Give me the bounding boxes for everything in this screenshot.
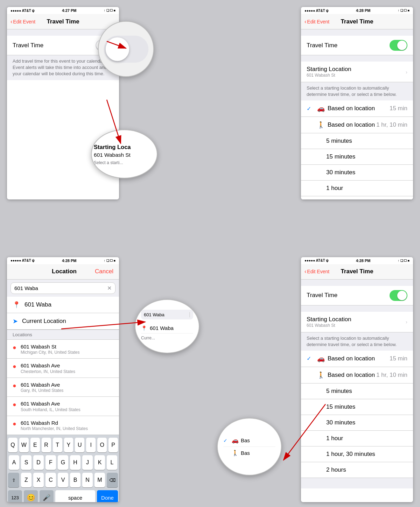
- option-1hr30min-q2[interactable]: ✓ 1 hour, 30 minutes: [301, 196, 413, 199]
- kb-row-1: Q W E R T Y U I O P: [8, 438, 118, 452]
- key-h[interactable]: H: [70, 455, 80, 470]
- time-q4: 4:28 PM: [356, 259, 371, 263]
- icons-q1: ↑ ❑ ☐ ■: [104, 9, 115, 12]
- key-m[interactable]: M: [94, 473, 105, 487]
- search-input-wrap-q3[interactable]: 601 Waba ✕: [10, 282, 115, 294]
- starting-location-row-q2[interactable]: Starting Location 601 Wabash St ›: [301, 62, 413, 82]
- key-g[interactable]: G: [58, 455, 68, 470]
- key-shift[interactable]: ⇧: [8, 473, 19, 487]
- key-r[interactable]: R: [42, 438, 51, 452]
- search-clear-q3[interactable]: ✕: [107, 285, 112, 291]
- travel-time-label-q4: Travel Time: [307, 292, 337, 299]
- key-f[interactable]: F: [46, 455, 56, 470]
- option-1hr-q4[interactable]: ✓ 1 hour: [301, 431, 413, 446]
- option-car-time-q2: 15 min: [390, 105, 407, 112]
- option-5min-q4[interactable]: ✓ 5 minutes: [301, 383, 413, 399]
- result-current-q3[interactable]: ➤ Current Location: [7, 313, 119, 330]
- option-30min-q4[interactable]: ✓ 30 minutes: [301, 415, 413, 431]
- check-30min-q2: ✓: [307, 169, 314, 176]
- pin-4-q3: ●: [13, 401, 16, 408]
- option-walk-q2[interactable]: ✓ 🚶 Based on location 1 hr, 10 min: [301, 117, 413, 133]
- key-k[interactable]: K: [94, 455, 105, 470]
- loc-item-1-q3[interactable]: ● 601 Wabash StMichigan City, IN, United…: [7, 340, 119, 359]
- back-chevron-q1: ‹: [10, 19, 12, 25]
- option-30min-label-q2: 30 minutes: [326, 169, 407, 176]
- check-1hr-q4: ✓: [307, 435, 314, 442]
- option-walk-q4[interactable]: ✓ 🚶 Based on location 1 hr, 10 min: [301, 367, 413, 383]
- key-x[interactable]: X: [33, 473, 44, 487]
- key-123[interactable]: 123: [8, 490, 22, 502]
- key-n[interactable]: N: [82, 473, 93, 487]
- key-space[interactable]: space: [55, 490, 95, 502]
- option-30min-label-q4: 30 minutes: [326, 419, 407, 426]
- key-s[interactable]: S: [21, 455, 31, 470]
- key-j[interactable]: J: [82, 455, 93, 470]
- key-q[interactable]: Q: [8, 438, 18, 452]
- key-a[interactable]: A: [9, 455, 19, 470]
- option-30min-q2[interactable]: ✓ 30 minutes: [301, 165, 413, 181]
- key-w[interactable]: W: [19, 438, 29, 452]
- key-done[interactable]: Done: [97, 490, 118, 502]
- travel-time-label-q2: Travel Time: [307, 42, 337, 49]
- nav-bar-q2: ‹ Edit Event Travel Time: [301, 14, 413, 29]
- key-b[interactable]: B: [70, 473, 80, 487]
- option-1hr30min-label-q4: 1 hour, 30 minutes: [326, 451, 407, 458]
- option-car-q2[interactable]: ✓ 🚗 Based on location 15 min: [301, 100, 413, 117]
- option-car-q4[interactable]: ✓ 🚗 Based on location 15 min: [301, 351, 413, 367]
- key-p[interactable]: P: [108, 438, 118, 452]
- toggle-knob-q2: [397, 41, 407, 50]
- back-label-q4[interactable]: Edit Event: [307, 269, 329, 274]
- keyboard-q3: Q W E R T Y U I O P A S D F G H J K L: [7, 435, 119, 502]
- signal-q4: ●●●●● AT&T ψ: [304, 259, 329, 262]
- key-t[interactable]: T: [53, 438, 62, 452]
- option-5min-label-q2: 5 minutes: [326, 138, 407, 145]
- option-15min-q4[interactable]: ✓ 15 minutes: [301, 399, 413, 415]
- key-c[interactable]: C: [46, 473, 56, 487]
- key-i[interactable]: I: [86, 438, 96, 452]
- key-emoji[interactable]: 😊: [24, 490, 38, 502]
- magnify-options-q4: ✓ 🚗 Bas ✓ 🚶 Bas: [217, 418, 282, 476]
- key-mic[interactable]: 🎤: [40, 490, 54, 502]
- key-e[interactable]: E: [30, 438, 40, 452]
- result-601waba-q3[interactable]: 📍 601 Waba: [7, 297, 119, 313]
- key-o[interactable]: O: [97, 438, 107, 452]
- loc-name-2-q3: 601 Wabash Ave: [21, 362, 75, 369]
- travel-time-toggle-q2[interactable]: [390, 40, 407, 51]
- check-walk-q2: ✓: [307, 122, 314, 128]
- loc-item-3-q3[interactable]: ● 601 Wabash AveGary, IN, United States: [7, 378, 119, 397]
- back-button-q4[interactable]: ‹ Edit Event: [304, 268, 329, 275]
- option-1hr-label-q2: 1 hour: [326, 185, 407, 192]
- car-icon-q2: 🚗: [317, 105, 325, 112]
- option-5min-q2[interactable]: ✓ 5 minutes: [301, 133, 413, 149]
- back-label-q2[interactable]: Edit Event: [307, 19, 329, 24]
- key-y[interactable]: Y: [64, 438, 74, 452]
- check-5min-q2: ✓: [307, 138, 314, 145]
- loc-addr-4-q3: South Holland, IL, United States: [21, 407, 80, 412]
- loc-item-4-q3[interactable]: ● 601 Wabash AveSouth Holland, IL, Unite…: [7, 397, 119, 416]
- option-1hr-q2[interactable]: ✓ 1 hour: [301, 181, 413, 196]
- option-2hr-q4[interactable]: ✓ 2 hours: [301, 462, 413, 478]
- key-z[interactable]: Z: [21, 473, 31, 487]
- starting-location-label-q2: Starting Location: [307, 66, 351, 73]
- cancel-btn-q3[interactable]: Cancel: [95, 268, 113, 275]
- check-car-q2: ✓: [307, 105, 314, 112]
- key-d[interactable]: D: [33, 455, 44, 470]
- loc-item-2-q3[interactable]: ● 601 Wabash AveChesterton, IN, United S…: [7, 359, 119, 378]
- key-u[interactable]: U: [75, 438, 84, 452]
- travel-time-toggle-q4[interactable]: [390, 290, 407, 301]
- icons-q4: ↑ ❑ ☐ ■: [398, 259, 410, 262]
- key-v[interactable]: V: [58, 473, 68, 487]
- option-15min-q2[interactable]: ✓ 15 minutes: [301, 149, 413, 165]
- loc-addr-3-q3: Gary, IN, United States: [21, 388, 64, 393]
- starting-location-row-q4[interactable]: Starting Location 601 Wabash St ›: [301, 312, 413, 332]
- loc-item-5-q3[interactable]: ● 601 Wabash RdNorth Manchester, IN, Uni…: [7, 416, 119, 435]
- back-button-q2[interactable]: ‹ Edit Event: [304, 19, 329, 25]
- key-delete[interactable]: ⌫: [107, 473, 118, 487]
- back-button-q1[interactable]: ‹ Edit Event: [10, 19, 35, 25]
- loc-name-4-q3: 601 Wabash Ave: [21, 400, 80, 407]
- result-name-q3: 601 Waba: [24, 301, 51, 308]
- option-1hr30min-q4[interactable]: ✓ 1 hour, 30 minutes: [301, 446, 413, 462]
- key-l[interactable]: L: [107, 455, 117, 470]
- back-label-q1[interactable]: Edit Event: [13, 19, 35, 24]
- starting-location-chevron-q4: ›: [406, 319, 407, 325]
